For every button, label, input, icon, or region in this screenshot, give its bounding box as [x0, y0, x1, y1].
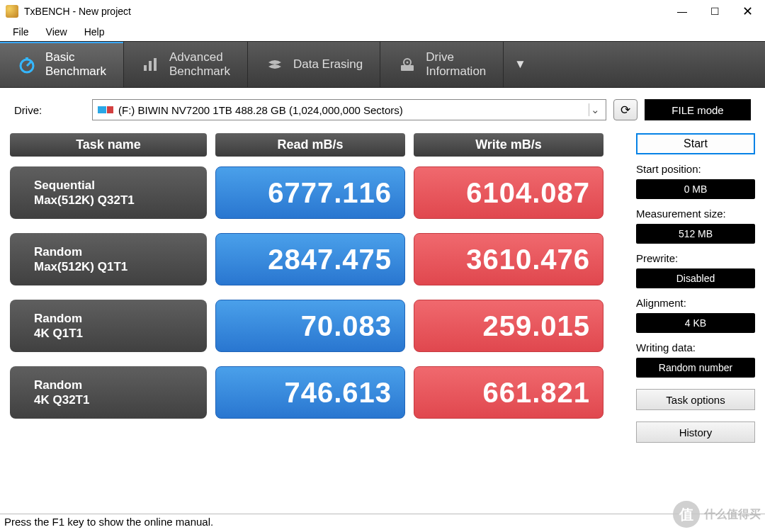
svg-rect-2: [26, 57, 28, 60]
write-value: 259.015: [414, 300, 604, 352]
tab-label: Advanced: [169, 50, 230, 64]
header-read: Read mB/s: [215, 133, 405, 157]
alignment-label: Alignment:: [636, 297, 755, 309]
file-mode-button[interactable]: FILE mode: [645, 99, 751, 120]
task-line1: Sequential: [34, 178, 196, 193]
task-line2: 4K Q1T1: [34, 326, 196, 341]
tab-label: Basic: [45, 50, 106, 64]
drive-row: Drive: (F:) BIWIN NV7200 1TB 488.28 GB (…: [0, 88, 765, 128]
task-line2: Max(512K) Q1T1: [34, 259, 196, 274]
drive-icon: [397, 55, 417, 74]
sidebar: Start Start position: 0 MB Measurement s…: [636, 133, 755, 443]
read-value: 6777.116: [215, 166, 405, 219]
watermark: 值 什么值得买: [673, 501, 761, 528]
menu-view[interactable]: View: [38, 25, 76, 39]
menubar: File View Help: [0, 23, 765, 41]
header-task: Task name: [10, 133, 207, 157]
start-button[interactable]: Start: [636, 133, 755, 154]
task-cell[interactable]: Sequential Max(512K) Q32T1: [10, 166, 207, 219]
window-title: TxBENCH - New project: [24, 6, 666, 17]
svg-rect-3: [144, 65, 147, 71]
prewrite-value[interactable]: Disabled: [636, 268, 755, 288]
task-line1: Random: [34, 244, 196, 259]
writing-data-value[interactable]: Random number: [636, 358, 755, 378]
read-value: 2847.475: [215, 233, 405, 285]
header-write: Write mB/s: [414, 133, 604, 157]
watermark-text: 什么值得买: [704, 507, 761, 522]
refresh-icon: ⟳: [620, 103, 630, 118]
svg-rect-5: [154, 58, 157, 71]
measurement-size-label: Measurement size:: [636, 208, 755, 220]
result-row: Random 4K Q1T1 70.083 259.015: [10, 300, 628, 352]
drive-select[interactable]: (F:) BIWIN NV7200 1TB 488.28 GB (1,024,0…: [92, 99, 606, 120]
watermark-badge: 值: [673, 501, 700, 528]
drive-label: Drive:: [14, 104, 85, 116]
writing-data-label: Writing data:: [636, 341, 755, 353]
task-line2: Max(512K) Q32T1: [34, 193, 196, 208]
write-value: 3610.476: [414, 233, 604, 285]
status-bar: Press the F1 key to show the online manu…: [0, 514, 765, 532]
minimize-button[interactable]: —: [666, 0, 698, 23]
tab-label: Drive: [426, 50, 486, 64]
tab-advanced-benchmark[interactable]: AdvancedBenchmark: [124, 42, 248, 87]
result-row: Sequential Max(512K) Q32T1 6777.116 6104…: [10, 166, 628, 219]
tab-overflow[interactable]: ▼: [504, 42, 536, 87]
chevron-down-icon: ▼: [514, 57, 526, 72]
erase-icon: [265, 55, 285, 74]
tab-drive-information[interactable]: DriveInformation: [380, 42, 504, 87]
svg-rect-9: [98, 106, 106, 113]
task-options-button[interactable]: Task options: [636, 389, 755, 410]
task-cell[interactable]: Random 4K Q32T1: [10, 366, 207, 419]
app-icon: [6, 5, 18, 18]
start-position-value[interactable]: 0 MB: [636, 179, 755, 199]
tab-label: Benchmark: [45, 64, 106, 79]
menu-help[interactable]: Help: [76, 25, 113, 39]
task-line1: Random: [34, 311, 196, 326]
read-value: 70.083: [215, 300, 405, 352]
tab-strip: BasicBenchmark AdvancedBenchmark Data Er…: [0, 41, 765, 88]
alignment-value[interactable]: 4 KB: [636, 313, 755, 333]
svg-point-8: [407, 62, 409, 64]
gauge-icon: [17, 55, 37, 74]
history-button[interactable]: History: [636, 421, 755, 443]
task-line1: Random: [34, 378, 196, 392]
refresh-button[interactable]: ⟳: [613, 99, 638, 120]
tab-label: Data Erasing: [293, 57, 363, 72]
drive-selected-text: (F:) BIWIN NV7200 1TB 488.28 GB (1,024,0…: [118, 104, 403, 116]
write-value: 661.821: [414, 366, 604, 419]
measurement-size-value[interactable]: 512 MB: [636, 224, 755, 244]
disk-icon: [97, 103, 114, 116]
results-panel: Task name Read mB/s Write mB/s Sequentia…: [10, 133, 628, 443]
chevron-down-icon: ⌄: [589, 103, 601, 116]
task-cell[interactable]: Random Max(512K) Q1T1: [10, 233, 207, 285]
tab-label: Information: [426, 64, 486, 79]
svg-rect-4: [149, 61, 152, 71]
result-row: Random Max(512K) Q1T1 2847.475 3610.476: [10, 233, 628, 285]
read-value: 746.613: [215, 366, 405, 419]
svg-rect-10: [107, 106, 113, 113]
tab-basic-benchmark[interactable]: BasicBenchmark: [0, 42, 124, 87]
maximize-button[interactable]: ☐: [698, 0, 731, 23]
task-cell[interactable]: Random 4K Q1T1: [10, 300, 207, 352]
tab-data-erasing[interactable]: Data Erasing: [248, 42, 380, 87]
titlebar: TxBENCH - New project — ☐ ✕: [0, 0, 765, 23]
menu-file[interactable]: File: [4, 25, 38, 39]
result-row: Random 4K Q32T1 746.613 661.821: [10, 366, 628, 419]
start-position-label: Start position:: [636, 163, 755, 175]
close-button[interactable]: ✕: [731, 0, 764, 23]
task-line2: 4K Q32T1: [34, 392, 196, 407]
bars-icon: [141, 55, 161, 74]
prewrite-label: Prewrite:: [636, 252, 755, 264]
svg-line-1: [27, 62, 31, 66]
tab-label: Benchmark: [169, 64, 230, 79]
write-value: 6104.087: [414, 166, 604, 219]
